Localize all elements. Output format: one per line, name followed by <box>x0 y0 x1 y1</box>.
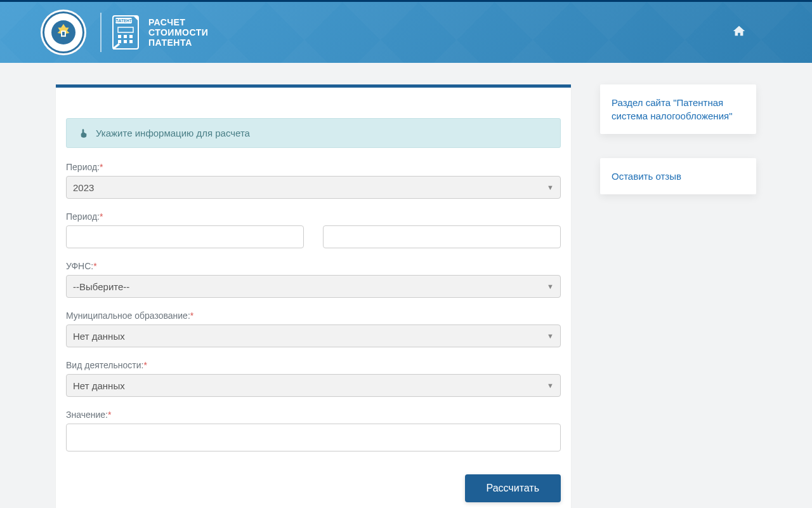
info-banner: Укажите информацию для расчета <box>66 118 561 148</box>
svg-rect-8 <box>129 35 133 38</box>
caret-down-icon: ▼ <box>547 332 554 340</box>
label-period-range: Период:* <box>66 211 561 222</box>
svg-rect-11 <box>129 40 133 43</box>
select-period-year[interactable]: 2023 ▼ <box>66 176 561 199</box>
label-period-year: Период:* <box>66 162 561 172</box>
side-card-link2: Оставить отзыв <box>600 158 756 194</box>
label-mo: Муниципальное образование:* <box>66 311 561 321</box>
svg-rect-10 <box>124 40 127 43</box>
group-ufns: УФНС:* --Выберите-- ▼ <box>66 261 561 298</box>
group-mo: Муниципальное образование:* Нет данных ▼ <box>66 311 561 347</box>
sidebar: Раздел сайта "Патентная система налогооб… <box>600 84 756 508</box>
svg-rect-6 <box>118 35 121 38</box>
svg-rect-2 <box>62 32 65 36</box>
link-patent-section[interactable]: Раздел сайта "Патентная система налогооб… <box>612 97 732 121</box>
group-value: Значение:* <box>66 410 561 451</box>
select-ufns[interactable]: --Выберите-- ▼ <box>66 275 561 298</box>
svg-rect-7 <box>124 35 127 38</box>
svg-rect-9 <box>118 40 121 43</box>
caret-down-icon: ▼ <box>547 184 554 191</box>
patent-calc-icon: ПАТЕНТ <box>110 13 142 51</box>
eagle-icon <box>51 20 75 44</box>
caret-down-icon: ▼ <box>547 283 554 290</box>
main-card: Укажите информацию для расчета Период:* … <box>56 84 571 508</box>
label-ufns: УФНС:* <box>66 261 561 271</box>
fns-emblem <box>41 10 86 55</box>
patent-badge-text: ПАТЕНТ <box>115 18 132 23</box>
group-activity: Вид деятельности:* Нет данных ▼ <box>66 360 561 397</box>
label-value: Значение:* <box>66 410 561 420</box>
header: ПАТЕНТ РАСЧЕТ СТОИМОСТИ ПАТЕНТА <box>0 2 812 63</box>
info-banner-text: Укажите информацию для расчета <box>96 128 250 138</box>
svg-rect-5 <box>118 27 133 32</box>
divider <box>100 13 102 52</box>
input-value[interactable] <box>66 424 561 451</box>
select-activity[interactable]: Нет данных ▼ <box>66 374 561 397</box>
link-feedback[interactable]: Оставить отзыв <box>612 171 681 182</box>
side-card-link1: Раздел сайта "Патентная система налогооб… <box>600 84 756 134</box>
calculate-button[interactable]: Рассчитать <box>465 474 561 502</box>
caret-down-icon: ▼ <box>547 382 554 389</box>
app-title: РАСЧЕТ СТОИМОСТИ ПАТЕНТА <box>148 17 208 48</box>
input-period-to[interactable] <box>323 225 561 248</box>
label-activity: Вид деятельности:* <box>66 360 561 370</box>
input-period-from[interactable] <box>66 225 304 248</box>
select-mo[interactable]: Нет данных ▼ <box>66 324 561 347</box>
hand-point-icon <box>79 128 89 138</box>
app-logo: ПАТЕНТ РАСЧЕТ СТОИМОСТИ ПАТЕНТА <box>110 13 208 51</box>
group-period-range: Период:* <box>66 211 561 248</box>
group-period-year: Период:* 2023 ▼ <box>66 162 561 199</box>
home-icon[interactable] <box>732 24 746 41</box>
